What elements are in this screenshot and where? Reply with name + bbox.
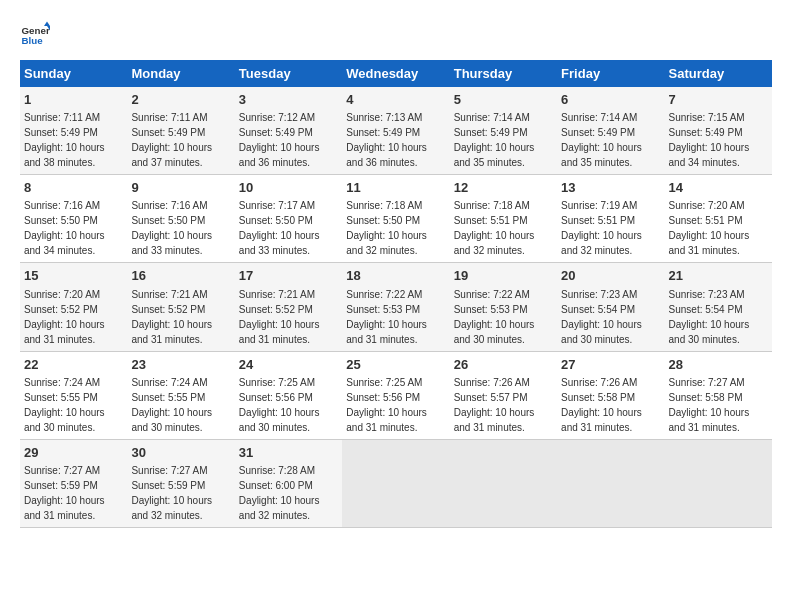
svg-marker-2 (44, 22, 50, 27)
day-sunset: Sunset: 5:53 PM (454, 304, 528, 315)
day-number: 3 (239, 91, 338, 109)
calendar-cell: 20Sunrise: 7:23 AMSunset: 5:54 PMDayligh… (557, 263, 664, 351)
day-sunrise: Sunrise: 7:13 AM (346, 112, 422, 123)
day-sunrise: Sunrise: 7:21 AM (131, 289, 207, 300)
weekday-header-sunday: Sunday (20, 60, 127, 87)
weekday-header-wednesday: Wednesday (342, 60, 449, 87)
day-daylight: Daylight: 10 hours and 33 minutes. (239, 230, 320, 256)
calendar-table: SundayMondayTuesdayWednesdayThursdayFrid… (20, 60, 772, 528)
calendar-cell: 12Sunrise: 7:18 AMSunset: 5:51 PMDayligh… (450, 175, 557, 263)
day-sunrise: Sunrise: 7:23 AM (561, 289, 637, 300)
day-daylight: Daylight: 10 hours and 30 minutes. (454, 319, 535, 345)
day-number: 4 (346, 91, 445, 109)
day-daylight: Daylight: 10 hours and 35 minutes. (454, 142, 535, 168)
calendar-week-row: 1Sunrise: 7:11 AMSunset: 5:49 PMDaylight… (20, 87, 772, 175)
day-sunrise: Sunrise: 7:20 AM (24, 289, 100, 300)
day-daylight: Daylight: 10 hours and 32 minutes. (346, 230, 427, 256)
day-sunset: Sunset: 5:55 PM (24, 392, 98, 403)
calendar-cell: 22Sunrise: 7:24 AMSunset: 5:55 PMDayligh… (20, 351, 127, 439)
day-sunrise: Sunrise: 7:18 AM (454, 200, 530, 211)
day-daylight: Daylight: 10 hours and 34 minutes. (24, 230, 105, 256)
day-daylight: Daylight: 10 hours and 31 minutes. (239, 319, 320, 345)
day-number: 16 (131, 267, 230, 285)
day-sunrise: Sunrise: 7:22 AM (346, 289, 422, 300)
day-number: 15 (24, 267, 123, 285)
day-sunrise: Sunrise: 7:26 AM (561, 377, 637, 388)
day-number: 24 (239, 356, 338, 374)
calendar-cell: 4Sunrise: 7:13 AMSunset: 5:49 PMDaylight… (342, 87, 449, 175)
calendar-cell: 10Sunrise: 7:17 AMSunset: 5:50 PMDayligh… (235, 175, 342, 263)
calendar-week-row: 22Sunrise: 7:24 AMSunset: 5:55 PMDayligh… (20, 351, 772, 439)
day-sunrise: Sunrise: 7:27 AM (669, 377, 745, 388)
day-daylight: Daylight: 10 hours and 32 minutes. (239, 495, 320, 521)
day-number: 5 (454, 91, 553, 109)
calendar-cell: 14Sunrise: 7:20 AMSunset: 5:51 PMDayligh… (665, 175, 772, 263)
day-sunrise: Sunrise: 7:11 AM (131, 112, 207, 123)
day-sunrise: Sunrise: 7:26 AM (454, 377, 530, 388)
day-sunset: Sunset: 5:51 PM (669, 215, 743, 226)
calendar-cell: 30Sunrise: 7:27 AMSunset: 5:59 PMDayligh… (127, 439, 234, 527)
day-sunset: Sunset: 6:00 PM (239, 480, 313, 491)
day-daylight: Daylight: 10 hours and 31 minutes. (669, 230, 750, 256)
calendar-header: SundayMondayTuesdayWednesdayThursdayFrid… (20, 60, 772, 87)
day-daylight: Daylight: 10 hours and 31 minutes. (346, 407, 427, 433)
day-sunset: Sunset: 5:49 PM (131, 127, 205, 138)
day-number: 31 (239, 444, 338, 462)
day-sunrise: Sunrise: 7:15 AM (669, 112, 745, 123)
day-sunrise: Sunrise: 7:28 AM (239, 465, 315, 476)
calendar-cell: 13Sunrise: 7:19 AMSunset: 5:51 PMDayligh… (557, 175, 664, 263)
calendar-cell: 24Sunrise: 7:25 AMSunset: 5:56 PMDayligh… (235, 351, 342, 439)
day-sunset: Sunset: 5:49 PM (454, 127, 528, 138)
day-number: 2 (131, 91, 230, 109)
day-daylight: Daylight: 10 hours and 31 minutes. (561, 407, 642, 433)
calendar-cell: 21Sunrise: 7:23 AMSunset: 5:54 PMDayligh… (665, 263, 772, 351)
calendar-cell: 29Sunrise: 7:27 AMSunset: 5:59 PMDayligh… (20, 439, 127, 527)
day-number: 29 (24, 444, 123, 462)
day-number: 11 (346, 179, 445, 197)
calendar-cell: 15Sunrise: 7:20 AMSunset: 5:52 PMDayligh… (20, 263, 127, 351)
day-sunset: Sunset: 5:50 PM (346, 215, 420, 226)
day-sunset: Sunset: 5:52 PM (239, 304, 313, 315)
day-number: 23 (131, 356, 230, 374)
day-number: 9 (131, 179, 230, 197)
day-number: 17 (239, 267, 338, 285)
day-number: 28 (669, 356, 768, 374)
page-header: General Blue (20, 20, 772, 50)
calendar-cell: 31Sunrise: 7:28 AMSunset: 6:00 PMDayligh… (235, 439, 342, 527)
day-sunset: Sunset: 5:55 PM (131, 392, 205, 403)
day-sunset: Sunset: 5:49 PM (239, 127, 313, 138)
day-sunset: Sunset: 5:59 PM (131, 480, 205, 491)
day-daylight: Daylight: 10 hours and 31 minutes. (131, 319, 212, 345)
calendar-cell: 18Sunrise: 7:22 AMSunset: 5:53 PMDayligh… (342, 263, 449, 351)
day-daylight: Daylight: 10 hours and 30 minutes. (561, 319, 642, 345)
day-daylight: Daylight: 10 hours and 31 minutes. (669, 407, 750, 433)
day-sunset: Sunset: 5:51 PM (561, 215, 635, 226)
day-sunrise: Sunrise: 7:18 AM (346, 200, 422, 211)
day-daylight: Daylight: 10 hours and 30 minutes. (669, 319, 750, 345)
day-daylight: Daylight: 10 hours and 31 minutes. (24, 495, 105, 521)
day-sunset: Sunset: 5:52 PM (131, 304, 205, 315)
calendar-cell: 7Sunrise: 7:15 AMSunset: 5:49 PMDaylight… (665, 87, 772, 175)
svg-text:Blue: Blue (22, 35, 44, 46)
day-daylight: Daylight: 10 hours and 31 minutes. (24, 319, 105, 345)
day-daylight: Daylight: 10 hours and 32 minutes. (454, 230, 535, 256)
day-sunset: Sunset: 5:51 PM (454, 215, 528, 226)
day-number: 30 (131, 444, 230, 462)
day-daylight: Daylight: 10 hours and 32 minutes. (131, 495, 212, 521)
day-daylight: Daylight: 10 hours and 30 minutes. (131, 407, 212, 433)
day-sunset: Sunset: 5:54 PM (669, 304, 743, 315)
calendar-cell: 25Sunrise: 7:25 AMSunset: 5:56 PMDayligh… (342, 351, 449, 439)
calendar-cell (342, 439, 449, 527)
calendar-week-row: 8Sunrise: 7:16 AMSunset: 5:50 PMDaylight… (20, 175, 772, 263)
calendar-cell: 27Sunrise: 7:26 AMSunset: 5:58 PMDayligh… (557, 351, 664, 439)
day-sunset: Sunset: 5:50 PM (239, 215, 313, 226)
day-sunrise: Sunrise: 7:25 AM (346, 377, 422, 388)
day-sunrise: Sunrise: 7:12 AM (239, 112, 315, 123)
day-sunset: Sunset: 5:53 PM (346, 304, 420, 315)
calendar-week-row: 15Sunrise: 7:20 AMSunset: 5:52 PMDayligh… (20, 263, 772, 351)
day-number: 13 (561, 179, 660, 197)
weekday-header-row: SundayMondayTuesdayWednesdayThursdayFrid… (20, 60, 772, 87)
day-daylight: Daylight: 10 hours and 34 minutes. (669, 142, 750, 168)
calendar-cell: 1Sunrise: 7:11 AMSunset: 5:49 PMDaylight… (20, 87, 127, 175)
day-sunrise: Sunrise: 7:27 AM (131, 465, 207, 476)
